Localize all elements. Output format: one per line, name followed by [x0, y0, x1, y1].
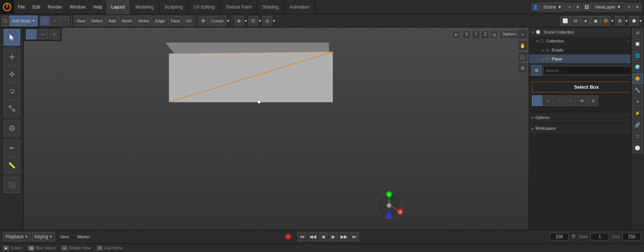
material-props-icon[interactable]: ⚪: [632, 143, 643, 153]
solid-icon[interactable]: ●: [581, 16, 590, 26]
prev-keyframe-btn[interactable]: ◀◀: [308, 232, 317, 241]
scene-canvas[interactable]: [24, 28, 529, 230]
particles-props-icon[interactable]: ✦: [632, 97, 643, 107]
constraints-props-icon[interactable]: 🔗: [632, 120, 643, 130]
jump-start-btn[interactable]: ⏮: [298, 232, 307, 241]
cursor-btn[interactable]: ✛: [198, 16, 208, 26]
tab-animation[interactable]: Animation: [284, 0, 315, 14]
pivot-dropdown[interactable]: ▾: [245, 18, 248, 23]
active-tool-icon[interactable]: ⚙: [531, 65, 542, 76]
select-circle-icon[interactable]: ○: [50, 16, 60, 26]
timeline-marker-btn[interactable]: Marker: [74, 232, 94, 241]
scene-user-icon[interactable]: 👤: [532, 3, 539, 11]
measure-tool-btn[interactable]: 📏: [4, 157, 20, 173]
scene-selector[interactable]: Scene ▼: [540, 3, 565, 12]
prev-frame-btn[interactable]: ◀: [319, 232, 328, 241]
viewport-gizmos-dropdown[interactable]: ▾: [625, 18, 628, 23]
zoom-in-btn[interactable]: +: [517, 29, 528, 40]
tab-layout[interactable]: Layout: [106, 0, 130, 14]
outliner-row-empty[interactable]: ▸ ◇ Empty 👁 📷: [529, 45, 644, 54]
wireframe-icon[interactable]: ⊟: [571, 16, 580, 26]
playback-selector[interactable]: Playback ▼: [3, 232, 31, 241]
select-mode-xor[interactable]: ⊕: [577, 95, 587, 106]
axis-grid-icon[interactable]: ⊞: [452, 31, 460, 38]
select-tool-btn[interactable]: [4, 29, 20, 45]
select-mode-sub[interactable]: −: [554, 95, 565, 106]
grid-btn[interactable]: ⊞: [517, 63, 528, 73]
menu-help[interactable]: Help: [89, 0, 106, 14]
scale-tool-btn[interactable]: [4, 100, 20, 117]
record-btn[interactable]: [285, 234, 291, 240]
transform-display-icon[interactable]: ⊡: [491, 31, 498, 39]
edge-btn[interactable]: Edge: [153, 16, 168, 26]
menu-render[interactable]: Render: [44, 0, 66, 14]
select-lasso-icon[interactable]: ⌒: [60, 16, 70, 26]
current-frame[interactable]: 108: [550, 233, 568, 240]
modifier-props-icon[interactable]: 🔧: [632, 85, 643, 95]
edge-mode-btn[interactable]: —: [38, 29, 48, 39]
view-layer-close-icon[interactable]: ✕: [634, 3, 641, 11]
start-frame[interactable]: 1: [590, 233, 609, 240]
tab-uv-editing[interactable]: UV Editing: [188, 0, 220, 14]
cursor-dropdown[interactable]: ▾: [227, 18, 230, 23]
vertex-btn[interactable]: Vertex: [135, 16, 152, 26]
output-props-icon[interactable]: 🖨: [632, 27, 643, 38]
eye-icon-col[interactable]: ✓: [627, 39, 630, 43]
end-frame[interactable]: 250: [622, 233, 641, 240]
select-mode-and[interactable]: ∩: [565, 95, 576, 106]
add-btn[interactable]: Add: [106, 16, 119, 26]
scene-close-icon[interactable]: ✕: [574, 3, 581, 11]
x-axis-btn[interactable]: X: [463, 31, 471, 39]
outliner-row-plane[interactable]: ▸ ▽ Plane 👁 📷: [529, 54, 644, 63]
viewport-3d[interactable]: User Perspective (108) Plane: [24, 28, 529, 230]
options-btn[interactable]: Options: [500, 31, 519, 39]
data-props-icon[interactable]: ▽: [632, 131, 643, 142]
add-cube-btn[interactable]: ⬛: [4, 177, 20, 193]
select-mode-invert[interactable]: ⊘: [588, 95, 598, 106]
menu-window[interactable]: Window: [66, 0, 89, 14]
menu-file[interactable]: File: [14, 0, 29, 14]
snap-icon[interactable]: ⊡: [248, 16, 258, 26]
next-frame-btn[interactable]: ▶▶: [339, 232, 348, 241]
proportional-dropdown[interactable]: ▾: [273, 18, 276, 23]
keying-selector[interactable]: Keying ▼: [32, 232, 55, 241]
rotate-tool-btn[interactable]: [4, 83, 20, 100]
vertex-mode-btn[interactable]: ·: [26, 29, 36, 39]
view-layer-icon[interactable]: 🖼: [583, 3, 590, 11]
xray-icon[interactable]: ⬜: [560, 16, 570, 26]
select-mode-set[interactable]: ⬚: [532, 95, 542, 106]
view-layer-add-icon[interactable]: +: [625, 3, 633, 11]
select-btn[interactable]: Select: [89, 16, 105, 26]
overlays-dropdown[interactable]: ▾: [640, 18, 643, 23]
view-layer-props-icon[interactable]: 🔲: [632, 39, 643, 49]
material-icon[interactable]: ◉: [591, 16, 600, 26]
tab-shading[interactable]: Shading: [257, 0, 284, 14]
proportional-icon[interactable]: ◎: [262, 16, 272, 26]
face-btn[interactable]: Face: [168, 16, 182, 26]
grab-btn[interactable]: ✋: [517, 40, 528, 51]
view-btn[interactable]: View: [74, 16, 88, 26]
view-layer-selector[interactable]: ViewLayer ▼: [591, 3, 625, 12]
shading-dropdown[interactable]: ▾: [611, 18, 614, 23]
transform-tool-btn[interactable]: [4, 120, 20, 136]
y-axis-btn[interactable]: Y: [472, 31, 480, 39]
select-box-icon[interactable]: ⬚: [40, 16, 50, 26]
scene-props-icon[interactable]: 🌐: [632, 50, 643, 61]
tab-modeling[interactable]: Modeling: [130, 0, 159, 14]
outliner-row-scene-collection[interactable]: ▾ 🔲 Scene Collection 👁 📷: [529, 28, 644, 37]
object-props-icon[interactable]: 🔶: [632, 73, 643, 84]
tab-texture-paint[interactable]: Texture Paint: [220, 0, 257, 14]
uv-btn[interactable]: UV: [184, 16, 194, 26]
face-mode-btn[interactable]: □: [49, 29, 60, 39]
cursor-label[interactable]: Cursor: [209, 16, 226, 26]
jump-end-btn[interactable]: ⏭: [350, 232, 359, 241]
camera-btn[interactable]: 🎥: [517, 51, 528, 62]
outliner-row-collection[interactable]: ▾ ⬡ Collection ✓ 👁 📷: [529, 37, 644, 45]
scene-add-icon[interactable]: +: [566, 3, 573, 11]
navigation-gizmo[interactable]: Y X: [372, 189, 406, 222]
z-axis-btn[interactable]: Z: [481, 31, 489, 39]
world-props-icon[interactable]: 🌍: [632, 62, 643, 72]
render-preview-icon[interactable]: 🔆: [601, 16, 610, 26]
mode-icon[interactable]: ⬡: [1, 16, 9, 26]
overlays-icon[interactable]: ⬢: [629, 16, 639, 26]
